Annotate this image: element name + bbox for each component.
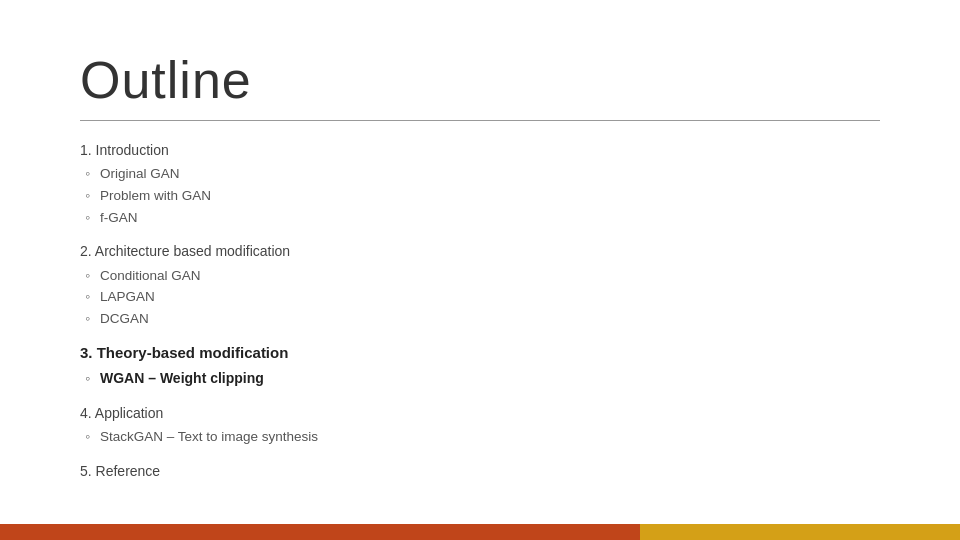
title-divider (80, 120, 880, 121)
slide-container: Outline 1. Introduction Original GAN Pro… (0, 0, 960, 540)
section-5-title: 5. Reference (80, 460, 880, 482)
sub-1-2-label: Problem with GAN (100, 188, 211, 203)
section-3-label: 3. Theory-based modification (80, 344, 288, 361)
section-4-title: 4. Application (80, 402, 880, 424)
sub-2-1: Conditional GAN (80, 265, 880, 287)
sub-4-1-label: StackGAN – Text to image synthesis (100, 429, 318, 444)
bar-gold (640, 524, 960, 540)
sub-1-3-label: f-GAN (100, 210, 138, 225)
section-1-title: 1. Introduction (80, 139, 880, 161)
section-3-title: 3. Theory-based modification (80, 341, 880, 365)
sub-1-1-label: Original GAN (100, 166, 180, 181)
section-2-label: 2. Architecture based modification (80, 243, 290, 259)
sub-1-1: Original GAN (80, 163, 880, 185)
section-2-title: 2. Architecture based modification (80, 240, 880, 262)
sub-2-3-label: DCGAN (100, 311, 149, 326)
section-4-label: 4. Application (80, 405, 163, 421)
sub-2-2-label: LAPGAN (100, 289, 155, 304)
sub-3-1: WGAN – Weight clipping (80, 367, 880, 389)
sub-2-1-label: Conditional GAN (100, 268, 201, 283)
sub-1-3: f-GAN (80, 207, 880, 229)
outline-content: 1. Introduction Original GAN Problem wit… (80, 139, 880, 482)
section-5-label: 5. Reference (80, 463, 160, 479)
bar-orange (0, 524, 640, 540)
sub-1-2: Problem with GAN (80, 185, 880, 207)
sub-3-1-label: WGAN – Weight clipping (100, 370, 264, 386)
sub-2-2: LAPGAN (80, 286, 880, 308)
sub-4-1: StackGAN – Text to image synthesis (80, 426, 880, 448)
section-1-label: 1. Introduction (80, 142, 169, 158)
bottom-bar (0, 524, 960, 540)
slide-title: Outline (80, 50, 880, 110)
sub-2-3: DCGAN (80, 308, 880, 330)
